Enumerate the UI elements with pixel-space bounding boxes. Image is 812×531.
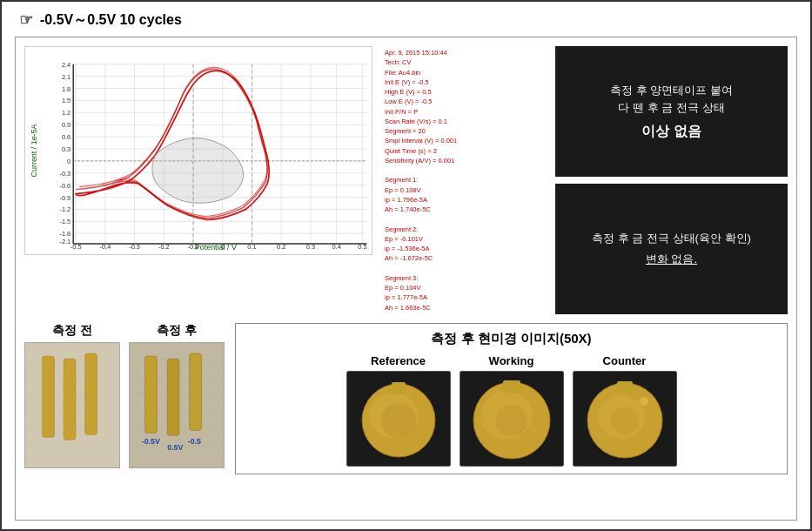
svg-text:-1.2: -1.2 — [59, 205, 70, 213]
page-wrapper: ☞ -0.5V～0.5V 10 cycles Current / 1e-5A P… — [2, 2, 810, 529]
before-label: 측정 전 — [52, 323, 92, 339]
panel-2-highlight: 변화 없음. — [646, 252, 697, 267]
chart-info-line: Scan Rate (V/s) = 0.1 — [385, 117, 543, 126]
micro-working-group: Working — [460, 354, 564, 467]
svg-point-104 — [611, 407, 639, 434]
before-group: 측정 전 — [24, 323, 120, 468]
panel-1-highlight: 이상 없음 — [641, 123, 701, 141]
microscope-images: Reference — [245, 354, 778, 467]
status-panel-2: 측정 후 금 전극 상태(육안 확인) 변화 없음. — [555, 184, 788, 314]
svg-point-103 — [640, 397, 648, 406]
svg-rect-66 — [85, 353, 97, 434]
panel-2-text-line1: 측정 후 금 전극 상태(육안 확인) — [592, 230, 751, 248]
svg-text:1.5: 1.5 — [62, 97, 70, 104]
chart-area: Current / 1e-5A Potential / V 2.4 2.1 1.… — [24, 46, 372, 255]
micro-counter-group: Counter — [573, 354, 677, 467]
chart-info-line: File: Au4.bin — [385, 68, 543, 77]
panel-1-text-line2: 다 뗀 후 금 전극 상태 — [618, 99, 724, 118]
chart-info-line: Ep = 0.108V — [385, 185, 543, 195]
panel-1-text-line1: 측정 후 양면테이프 붙여 — [610, 82, 733, 100]
svg-text:-0.5: -0.5 — [188, 437, 201, 446]
micro-reference-group: Reference — [346, 354, 451, 467]
svg-rect-79 — [190, 353, 202, 430]
microscope-title: 측정 후 현미경 이미지(50X) — [245, 331, 778, 347]
chart-info-line: Ep = -0.101V — [385, 234, 543, 244]
right-panels: 측정 후 양면테이프 붙여 다 뗀 후 금 전극 상태 이상 없음 측정 후 금… — [555, 46, 788, 314]
chart-info-line: Quiet Time (s) = 2 — [385, 146, 543, 156]
chart-info-line: Smpl Interval (V) = 0.001 — [385, 136, 543, 145]
svg-text:Current / 1e-5A: Current / 1e-5A — [30, 124, 38, 177]
status-panel-1: 측정 후 양면테이프 붙여 다 뗀 후 금 전극 상태 이상 없음 — [555, 46, 788, 177]
before-after-block: 측정 전 — [24, 323, 225, 468]
after-image: -0.5V 0.5V -0.5 — [129, 342, 225, 468]
svg-text:2.1: 2.1 — [62, 73, 70, 81]
header-title: -0.5V～0.5V 10 cycles — [40, 11, 182, 30]
svg-point-98 — [496, 405, 527, 436]
svg-text:-0.5V: -0.5V — [142, 437, 160, 446]
chart-info-line: High E (V) = 0.5 — [385, 87, 543, 97]
svg-text:0.5V: 0.5V — [167, 443, 183, 452]
svg-text:0.9: 0.9 — [62, 121, 70, 129]
chart-info-line: Sensitivity (A/V) = 0.001 — [385, 156, 543, 165]
svg-rect-64 — [64, 359, 76, 440]
microscope-section: 측정 후 현미경 이미지(50X) Reference — [235, 323, 788, 474]
svg-rect-62 — [43, 356, 55, 437]
svg-text:-2.1: -2.1 — [59, 238, 70, 245]
svg-text:0: 0 — [67, 158, 70, 165]
chart-info-line: Segment 2: — [385, 225, 543, 234]
micro-working-image — [460, 371, 564, 467]
svg-rect-77 — [167, 359, 179, 435]
micro-reference-label: Reference — [371, 354, 426, 367]
chart-info-line: Ah = 1.740e-5C — [385, 205, 543, 214]
svg-text:1.8: 1.8 — [62, 85, 70, 93]
top-section: Current / 1e-5A Potential / V 2.4 2.1 1.… — [24, 46, 788, 314]
svg-text:-0.9: -0.9 — [59, 194, 70, 202]
before-image — [24, 342, 120, 468]
header-line: ☞ -0.5V～0.5V 10 cycles — [15, 10, 797, 30]
chart-info-line: Segment 1: — [385, 175, 543, 185]
chart-info-line: Init P/N = P — [385, 107, 543, 117]
svg-rect-99 — [503, 380, 520, 393]
after-group: 측정 후 -0.5V — [129, 323, 225, 468]
svg-text:1.2: 1.2 — [62, 109, 70, 117]
chart-info: Apr. 9, 2015 15:10:44 Tech: CV File: Au4… — [381, 46, 547, 314]
chart-info-line: ip = -1.536e-5A — [385, 244, 543, 253]
micro-working-label: Working — [489, 354, 534, 367]
chart-info-line: Ah = -1.672e-5C — [385, 253, 543, 263]
after-label: 측정 후 — [157, 323, 197, 339]
chart-info-line: Segment 3: — [385, 273, 543, 283]
chart-info-line: ip = 1.777e-5A — [385, 292, 543, 302]
svg-text:-1.8: -1.8 — [59, 230, 70, 238]
chart-info-line: Segment = 20 — [385, 126, 543, 136]
svg-text:0.3: 0.3 — [62, 145, 70, 153]
svg-rect-105 — [617, 381, 633, 393]
chart-info-line: Low E (V) = -0.5 — [385, 97, 543, 106]
chart-info-line: Apr. 9, 2015 15:10:44 — [385, 48, 543, 57]
svg-point-93 — [381, 403, 416, 438]
chart-info-line: Ep = 0.104V — [385, 283, 543, 292]
micro-reference-image — [346, 371, 451, 467]
chart-info-line: Ah = 1.663e-5C — [385, 303, 543, 313]
chart-info-line: Init E (V) = -0.5 — [385, 77, 543, 87]
svg-text:0.6: 0.6 — [62, 133, 70, 141]
svg-rect-94 — [392, 382, 406, 394]
bottom-section: 측정 전 — [24, 323, 788, 474]
svg-text:2.4: 2.4 — [62, 61, 70, 69]
chart-info-line: Tech: CV — [385, 57, 543, 67]
svg-text:-0.3: -0.3 — [59, 170, 70, 178]
main-content: Current / 1e-5A Potential / V 2.4 2.1 1.… — [15, 37, 797, 521]
svg-text:-1.5: -1.5 — [59, 218, 70, 225]
arrow-icon: ☞ — [19, 10, 33, 30]
chart-info-line: ip = 1.796e-5A — [385, 195, 543, 205]
micro-counter-image — [573, 371, 677, 467]
svg-text:-0.6: -0.6 — [59, 182, 70, 190]
micro-counter-label: Counter — [603, 354, 647, 367]
